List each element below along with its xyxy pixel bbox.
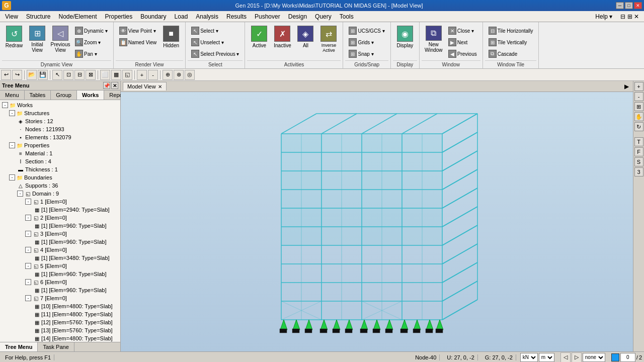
tree-d7-slab2[interactable]: ▦ [11] [Elem=4800: Type=Slab] — [1, 310, 119, 318]
previous-button[interactable]: ◀ Previous — [446, 48, 479, 59]
all-button[interactable]: ◈ All — [294, 24, 316, 54]
ucs-gcs-dropdown[interactable]: ⊞ UCS/GCS ▾ — [346, 25, 387, 36]
tb2-select1[interactable]: ↖ — [52, 70, 62, 80]
menu-pushover[interactable]: Pushover — [251, 12, 284, 21]
expand-works[interactable]: - — [2, 102, 8, 108]
tree-d4-slab[interactable]: ▦ [1] [Elem=3480: Type=Slab] — [1, 254, 119, 262]
cascade-button[interactable]: ⧉ Cascade — [486, 48, 536, 59]
tb2-save[interactable]: 💾 — [38, 70, 48, 80]
new-window-button[interactable]: ⧉ New Window — [423, 24, 445, 54]
rt-view-side[interactable]: S — [634, 157, 643, 166]
tb2-redo[interactable]: ↪ — [12, 70, 22, 80]
inactive-button[interactable]: ✗ Inactive — [271, 24, 293, 54]
tree-d7-slab3[interactable]: ▦ [12] [Elem=5760: Type=Slab] — [1, 318, 119, 326]
named-view-button[interactable]: 📋 Named View — [117, 37, 159, 48]
expand-structures[interactable]: - — [9, 110, 15, 116]
menu-help[interactable]: Help ▾ — [591, 12, 616, 21]
tree-domain-6[interactable]: - ◱ 6 [Elem=0] — [1, 278, 119, 286]
model-view-tab[interactable]: Model View ✕ — [123, 82, 167, 90]
mode-select[interactable]: none — [583, 353, 605, 362]
tree-boundaries[interactable]: - 📁 Boundaries — [1, 173, 119, 182]
expand-d6[interactable]: - — [25, 279, 31, 285]
nav-prev[interactable]: ◁ — [560, 352, 571, 363]
tree-domain-5[interactable]: - ◱ 5 [Elem=0] — [1, 262, 119, 270]
tree-domain-4[interactable]: - ◱ 4 [Elem=0] — [1, 246, 119, 254]
tree-close-button[interactable]: ✕ — [111, 82, 118, 89]
dynamic-dropdown[interactable]: ⊕ Dynamic ▾ — [72, 25, 110, 36]
display-button[interactable]: ◉ Display — [394, 24, 416, 54]
tab-arrow[interactable]: ▶ — [622, 82, 631, 91]
expand-domain[interactable]: - — [17, 191, 23, 197]
expand-d3[interactable]: - — [25, 231, 31, 237]
menu-design[interactable]: Design — [284, 12, 311, 21]
tree-elements[interactable]: ▪ Elements : 132079 — [1, 133, 119, 141]
tree-domain-2[interactable]: - ◱ 2 [Elem=0] — [1, 214, 119, 222]
unit-length-select[interactable]: m — [539, 353, 554, 362]
tb2-undo[interactable]: ↩ — [1, 70, 11, 80]
snap-dropdown[interactable]: ⊞ Snap ▾ — [346, 48, 387, 59]
unselect-dropdown[interactable]: ↖ Unselect ▾ — [189, 37, 242, 48]
tree-stories[interactable]: ◈ Stories : 12 — [1, 117, 119, 125]
tree-thickness[interactable]: ▬ Thickness : 1 — [1, 165, 119, 173]
tree-nodes[interactable]: · Nodes : 121993 — [1, 125, 119, 133]
menu-boundary[interactable]: Boundary — [136, 12, 170, 21]
footer-task-pane[interactable]: Task Pane — [38, 342, 74, 351]
expand-d5[interactable]: - — [25, 263, 31, 269]
tb2-extra3[interactable]: ◎ — [185, 70, 195, 80]
select-previous-dropdown[interactable]: ↖ Select Previous ▾ — [189, 48, 242, 59]
tb2-zoom-out[interactable]: - — [148, 70, 158, 80]
unit-force-select[interactable]: kN — [520, 353, 538, 362]
inverse-active-button[interactable]: ⇄ Inverse Active — [317, 24, 340, 54]
tb2-view2[interactable]: ▦ — [111, 70, 121, 80]
tree-d7-slab5[interactable]: ▦ [14] [Elem=4800: Type=Slab] — [1, 334, 119, 342]
tree-d2-slab[interactable]: ▦ [1] [Elem=960: Type=Slab] — [1, 222, 119, 230]
close-button[interactable]: ✕ — [634, 2, 642, 9]
pan-dropdown[interactable]: ✋ Pan ▾ — [72, 48, 110, 59]
view-point-dropdown[interactable]: 👁 View Point ▾ — [117, 25, 159, 36]
redraw-button[interactable]: ↺ Redraw — [3, 24, 25, 54]
tb2-view3[interactable]: ◱ — [122, 70, 132, 80]
initial-view-button[interactable]: ⊞ InitialView — [26, 24, 48, 54]
previous-view-button[interactable]: ◁ PreviousView — [49, 24, 71, 54]
rt-rotate[interactable]: ↻ — [634, 122, 643, 131]
rt-zoom-in[interactable]: + — [634, 82, 643, 91]
model-view-close[interactable]: ✕ — [158, 84, 162, 89]
tree-domain-1[interactable]: - ◱ 1 [Elem=0] — [1, 198, 119, 206]
tb2-select2[interactable]: ⊡ — [63, 70, 73, 80]
tree-domain[interactable]: - ◱ Domain : 9 — [1, 190, 119, 198]
page-input[interactable] — [620, 353, 635, 362]
tab-group[interactable]: Group — [51, 90, 77, 100]
rt-pan[interactable]: ✋ — [634, 112, 643, 121]
rt-fit[interactable]: ⊞ — [634, 102, 643, 111]
rt-view-front[interactable]: F — [634, 147, 643, 156]
menu-controls[interactable]: ⊟ ⊞ ✕ — [616, 12, 643, 21]
tb2-view1[interactable]: ⬜ — [100, 70, 110, 80]
model-canvas[interactable] — [121, 92, 633, 351]
expand-boundaries[interactable]: - — [9, 174, 15, 180]
menu-tools[interactable]: Tools — [336, 12, 358, 21]
tile-vertically-button[interactable]: ⊞ Tile Vertically — [486, 37, 536, 48]
tree-section[interactable]: I Section : 4 — [1, 157, 119, 165]
menu-analysis[interactable]: Analysis — [192, 12, 222, 21]
menu-view[interactable]: View — [1, 12, 22, 21]
tree-domain-7[interactable]: - ◱ 7 [Elem=0] — [1, 294, 119, 302]
select-dropdown[interactable]: ↖ Select ▾ — [189, 25, 242, 36]
tree-supports[interactable]: △ Supports : 36 — [1, 182, 119, 190]
nav-next[interactable]: ▷ — [572, 352, 582, 363]
expand-d4[interactable]: - — [25, 247, 31, 253]
menu-query[interactable]: Query — [311, 12, 336, 21]
menu-load[interactable]: Load — [171, 12, 192, 21]
menu-node-element[interactable]: Node/Element — [54, 12, 101, 21]
tree-d7-slab1[interactable]: ▦ [10] [Elem=4800: Type=Slab] — [1, 302, 119, 310]
next-button[interactable]: ▶ Next — [446, 37, 479, 48]
zoom-dropdown[interactable]: 🔍 Zoom ▾ — [72, 37, 110, 48]
footer-tree-menu[interactable]: Tree Menu — [0, 342, 38, 351]
tile-horizontally-button[interactable]: ⊟ Tile Horizontally — [486, 25, 536, 36]
minimize-button[interactable]: ─ — [616, 2, 624, 9]
rt-view-top[interactable]: T — [634, 137, 643, 146]
rt-view-iso[interactable]: 3 — [634, 167, 643, 176]
maximize-button[interactable]: □ — [625, 2, 633, 9]
menu-structure[interactable]: Structure — [22, 12, 55, 21]
tb2-select3[interactable]: ⊟ — [74, 70, 85, 80]
menu-results[interactable]: Results — [222, 12, 251, 21]
